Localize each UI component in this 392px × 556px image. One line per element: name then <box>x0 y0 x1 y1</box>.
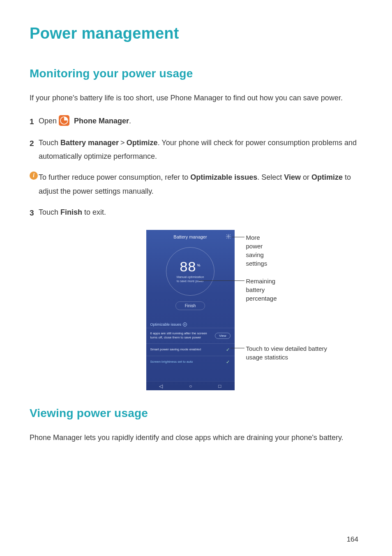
info-note: i To further reduce power consumption, r… <box>30 171 362 198</box>
callout-more-settings: More power saving settings <box>246 233 267 268</box>
text: to save more power <box>177 279 204 283</box>
breadcrumb-separator: > <box>119 136 127 150</box>
gear-icon[interactable] <box>226 234 231 240</box>
home-icon[interactable]: ○ <box>189 383 192 389</box>
battery-percent-value: 88 <box>180 259 196 274</box>
callout-remaining-battery: Remaining battery percentage <box>246 277 277 303</box>
step-2: 2 Touch Battery manager>Optimize. Your p… <box>30 136 362 164</box>
callout-text: Touch to view detailed battery usage sta… <box>246 345 327 361</box>
text: or <box>301 173 311 181</box>
optimize-label: Optimize <box>127 139 158 147</box>
section-viewing-title: Viewing power usage <box>30 407 362 420</box>
info-icon: i <box>30 171 39 198</box>
text: To further reduce power consumption, ref… <box>39 173 190 181</box>
step-number: 3 <box>30 206 39 220</box>
page-number: 164 <box>347 535 358 544</box>
steps-list: 1 Open Phone Manager. 2 Touch Battery ma… <box>30 114 362 220</box>
battery-ring-area: 88% Manual optimization to save more pow… <box>146 244 235 310</box>
info-body: To further reduce power consumption, ref… <box>39 171 362 198</box>
text: . <box>129 117 131 125</box>
step-number: 2 <box>30 136 39 164</box>
ring-subtitle: Manual optimization to save more power <box>177 275 204 283</box>
step-1: 1 Open Phone Manager. <box>30 114 362 129</box>
check-icon: ✓ <box>226 359 231 365</box>
battery-percentage: 88% <box>180 259 201 273</box>
svg-point-1 <box>228 236 229 237</box>
text: Touch <box>39 208 60 216</box>
issues-count-badge: 8 <box>183 322 187 327</box>
check-icon: ✓ <box>226 347 231 352</box>
step-body: Open Phone Manager. <box>39 114 362 129</box>
percent-symbol: % <box>196 263 201 267</box>
text: Open <box>39 117 59 125</box>
issue-row-3[interactable]: Screen brightness set to auto ✓ <box>146 356 235 368</box>
callouts-column: More power saving settings Remaining bat… <box>235 230 246 390</box>
optimizable-issues-label: Optimizable issues <box>190 173 257 181</box>
phone-header-title: Battery manager <box>173 234 207 239</box>
view-label: View <box>284 173 301 181</box>
phone-manager-app-icon <box>59 115 69 126</box>
text: Touch <box>39 139 60 147</box>
page-title: Power management <box>30 25 362 42</box>
step-body: Touch Finish to exit. <box>39 206 362 220</box>
text: to exit. <box>82 208 106 216</box>
issue-text: 6 apps are still running after the scree… <box>150 331 208 340</box>
callout-text: More power saving settings <box>246 234 267 267</box>
app-name: Phone Manager <box>74 117 129 125</box>
section-monitoring-title: Monitoring your power usage <box>30 67 362 80</box>
phone-header: Battery manager <box>146 230 235 244</box>
phone-nav-bar: ◁ ○ □ <box>146 381 235 390</box>
text: Optimizable issues <box>150 322 182 327</box>
view-button[interactable]: View <box>215 333 230 339</box>
intro-paragraph: If your phone's battery life is too shor… <box>30 92 362 104</box>
battery-manager-label: Battery manager <box>60 139 119 147</box>
step-number: 1 <box>30 114 39 129</box>
text: . Select <box>257 173 284 181</box>
issue-text: Smart power saving mode enabled <box>150 348 201 352</box>
step-body: Touch Battery manager>Optimize. Your pho… <box>39 136 362 164</box>
back-icon[interactable]: ◁ <box>159 383 163 389</box>
text: Manual optimization <box>177 275 204 279</box>
finish-label: Finish <box>60 208 82 216</box>
document-page: Power management Monitoring your power u… <box>0 0 392 556</box>
callout-detailed-stats: Touch to view detailed battery usage sta… <box>246 344 341 361</box>
optimizable-issues-section-label: Optimizable issues 8 <box>146 320 235 328</box>
issue-text: Screen brightness set to auto <box>150 360 193 364</box>
callout-text: Remaining battery percentage <box>246 278 277 302</box>
phone-screenshot: Battery manager 88% Manual optimization <box>146 230 235 390</box>
optimize-label: Optimize <box>311 173 343 181</box>
figure-inner: Battery manager 88% Manual optimization <box>146 230 246 390</box>
battery-ring: 88% Manual optimization to save more pow… <box>166 247 214 296</box>
issue-row-2[interactable]: Smart power saving mode enabled ✓ <box>146 343 235 356</box>
finish-button[interactable]: Finish <box>175 301 205 310</box>
issue-row-1[interactable]: 6 apps are still running after the scree… <box>146 328 235 343</box>
figure: Battery manager 88% Manual optimization <box>30 230 362 390</box>
section-viewing-paragraph: Phone Manager lets you rapidly identify … <box>30 431 362 444</box>
recent-icon[interactable]: □ <box>218 383 221 389</box>
step-3: 3 Touch Finish to exit. <box>30 206 362 220</box>
